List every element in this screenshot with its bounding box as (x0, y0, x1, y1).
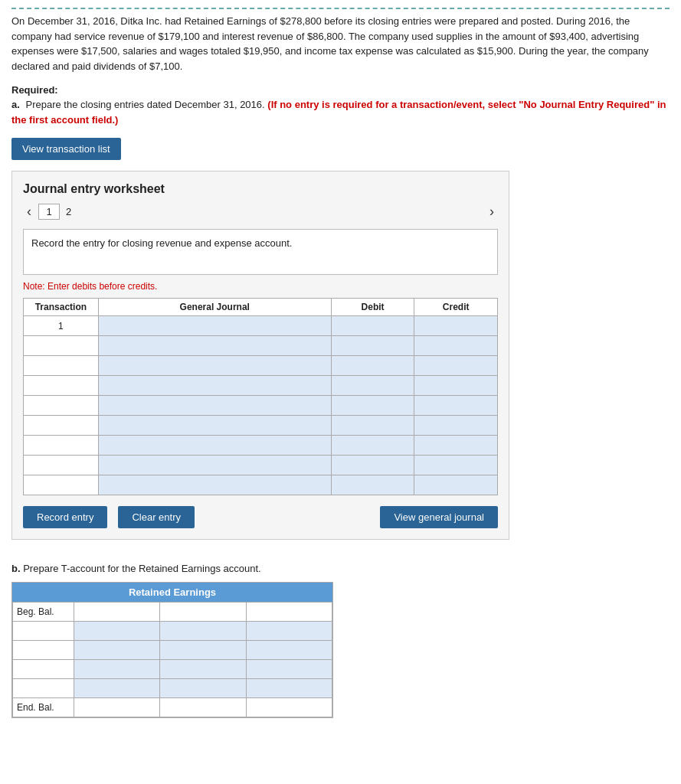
t-cell-end-4[interactable] (246, 698, 332, 717)
debit-input-3[interactable] (335, 360, 411, 372)
general-journal-input-8[interactable] (102, 459, 328, 472)
general-journal-cell-8[interactable] (98, 456, 331, 475)
t-input-r4-2[interactable] (78, 664, 156, 675)
general-journal-cell-6[interactable] (98, 416, 331, 436)
general-journal-cell-7[interactable] (98, 436, 331, 456)
debit-cell-3[interactable] (331, 356, 414, 376)
t-cell-r3-2[interactable] (74, 641, 160, 660)
t-input-r4-4[interactable] (250, 664, 328, 675)
t-cell-r5-2[interactable] (74, 679, 160, 698)
view-transaction-button[interactable]: View transaction list (11, 138, 121, 160)
t-input-beg-2[interactable] (78, 606, 156, 617)
t-cell-beg-4[interactable] (246, 603, 332, 622)
credit-cell-2[interactable] (414, 336, 498, 356)
debit-input-6[interactable] (335, 420, 411, 432)
credit-cell-7[interactable] (414, 436, 498, 456)
credit-input-3[interactable] (417, 360, 494, 372)
debit-input-9[interactable] (335, 479, 411, 492)
t-input-r5-2[interactable] (78, 683, 156, 694)
credit-input-9[interactable] (417, 479, 494, 492)
general-journal-input-7[interactable] (102, 439, 328, 452)
table-row (24, 475, 498, 495)
credit-cell-5[interactable] (414, 396, 498, 416)
credit-input-2[interactable] (417, 340, 494, 352)
general-journal-cell-2[interactable] (98, 336, 331, 356)
debit-cell-1[interactable] (331, 316, 414, 336)
credit-input-4[interactable] (417, 380, 494, 392)
general-journal-input-4[interactable] (102, 380, 328, 392)
t-cell-end-3[interactable] (160, 698, 246, 717)
debit-input-4[interactable] (335, 380, 411, 392)
t-cell-beg-3[interactable] (160, 603, 246, 622)
t-input-r5-3[interactable] (164, 683, 241, 694)
nav-next-button[interactable]: › (486, 204, 498, 220)
credit-input-7[interactable] (417, 439, 494, 452)
general-journal-cell-5[interactable] (98, 396, 331, 416)
t-input-end-2[interactable] (78, 702, 156, 713)
t-input-end-3[interactable] (164, 702, 241, 713)
t-cell-r2-3[interactable] (160, 622, 246, 641)
nav-prev-button[interactable]: ‹ (23, 204, 35, 220)
debit-input-2[interactable] (335, 340, 411, 352)
debit-cell-7[interactable] (331, 436, 414, 456)
general-journal-input-5[interactable] (102, 400, 328, 412)
general-journal-input-1[interactable] (102, 320, 328, 332)
credit-cell-4[interactable] (414, 376, 498, 396)
t-cell-r5-4[interactable] (246, 679, 332, 698)
debit-cell-6[interactable] (331, 416, 414, 436)
general-journal-cell-3[interactable] (98, 356, 331, 376)
debit-input-8[interactable] (335, 459, 411, 472)
t-cell-r2-2[interactable] (74, 622, 160, 641)
debit-cell-4[interactable] (331, 376, 414, 396)
t-input-r2-2[interactable] (78, 626, 156, 636)
general-journal-cell-1[interactable] (98, 316, 331, 336)
t-input-r2-3[interactable] (164, 626, 241, 636)
credit-input-6[interactable] (417, 420, 494, 432)
t-cell-r5-3[interactable] (160, 679, 246, 698)
debit-input-5[interactable] (335, 400, 411, 412)
credit-input-5[interactable] (417, 400, 494, 412)
credit-input-8[interactable] (417, 459, 494, 472)
credit-cell-9[interactable] (414, 475, 498, 495)
t-cell-end-2[interactable] (74, 698, 160, 717)
general-journal-input-6[interactable] (102, 420, 328, 432)
debit-cell-8[interactable] (331, 456, 414, 475)
debit-input-7[interactable] (335, 439, 411, 452)
general-journal-input-9[interactable] (102, 479, 328, 492)
t-input-r4-3[interactable] (164, 664, 241, 675)
clear-entry-button[interactable]: Clear entry (118, 506, 195, 528)
t-cell-r4-4[interactable] (246, 660, 332, 679)
t-cell-r4-3[interactable] (160, 660, 246, 679)
t-input-beg-3[interactable] (164, 606, 241, 617)
credit-cell-3[interactable] (414, 356, 498, 376)
t-input-r3-3[interactable] (164, 645, 241, 655)
view-general-journal-button[interactable]: View general journal (380, 506, 498, 528)
t-end-bal-label: End. Bal. (13, 698, 74, 717)
debit-cell-2[interactable] (331, 336, 414, 356)
section-b-label: b. Prepare T-account for the Retained Ea… (11, 563, 670, 574)
general-journal-cell-4[interactable] (98, 376, 331, 396)
t-cell-r2-4[interactable] (246, 622, 332, 641)
t-input-end-4[interactable] (250, 702, 328, 713)
t-input-r5-4[interactable] (250, 683, 328, 694)
general-journal-input-3[interactable] (102, 360, 328, 372)
credit-cell-1[interactable] (414, 316, 498, 336)
t-cell-r4-2[interactable] (74, 660, 160, 679)
t-cell-r3-4[interactable] (246, 641, 332, 660)
t-input-beg-4[interactable] (250, 606, 328, 617)
credit-cell-8[interactable] (414, 456, 498, 475)
t-input-r3-2[interactable] (78, 645, 156, 655)
t-input-r2-4[interactable] (250, 626, 328, 636)
debit-input-1[interactable] (335, 320, 411, 332)
t-cell-r3-3[interactable] (160, 641, 246, 660)
t-cell-beg-2[interactable] (74, 603, 160, 622)
credit-cell-6[interactable] (414, 416, 498, 436)
general-journal-input-2[interactable] (102, 340, 328, 352)
credit-input-1[interactable] (417, 320, 494, 332)
record-entry-button[interactable]: Record entry (23, 506, 107, 528)
transaction-cell-7 (24, 436, 99, 456)
debit-cell-5[interactable] (331, 396, 414, 416)
debit-cell-9[interactable] (331, 475, 414, 495)
general-journal-cell-9[interactable] (98, 475, 331, 495)
t-input-r3-4[interactable] (250, 645, 328, 655)
